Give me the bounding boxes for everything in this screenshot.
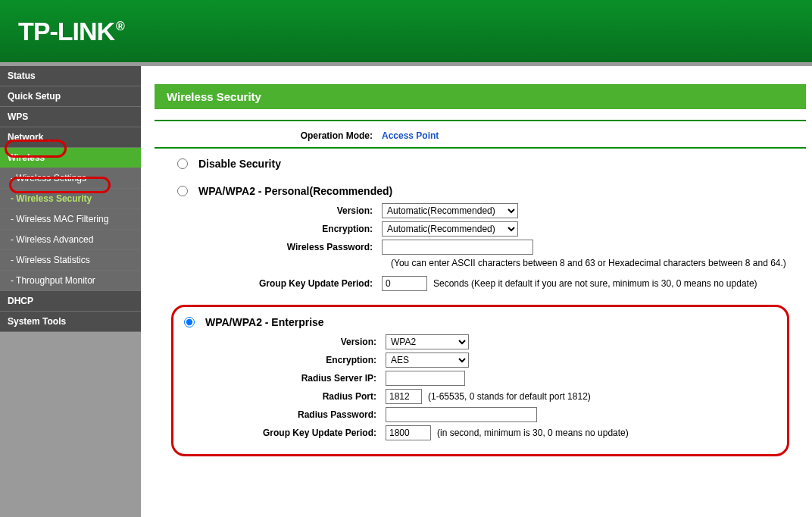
sidebar-item-network[interactable]: Network [0,127,141,148]
wireless-password-hint: (You can enter ASCII characters between … [391,258,806,268]
sidebar-item-system-tools[interactable]: System Tools [0,312,141,332]
sidebar-item-wps[interactable]: WPS [0,107,141,127]
ent-gkup-hint: (in second, minimum is 30, 0 means no up… [437,428,629,438]
sidebar: Status Quick Setup WPS Network Wireless … [0,66,141,517]
ent-encryption-select[interactable]: AES [386,352,469,368]
wpa-enterprise-title: WPA/WPA2 - Enterprise [205,316,324,328]
personal-encryption-label: Encryption: [155,224,382,234]
sidebar-sub-wireless-mac-filtering[interactable]: - Wireless MAC Filtering [0,209,141,230]
ent-encryption-label: Encryption: [184,355,386,365]
radius-pwd-label: Radius Password: [184,409,386,420]
main-content: Wireless Security Operation Mode: Access… [141,66,812,517]
brand-logo: TP-LINK® [18,17,124,46]
disable-security-label: Disable Security [198,158,281,170]
radio-wpa-personal[interactable] [177,186,188,196]
wpa-personal-title: WPA/WPA2 - Personal(Recommended) [198,185,392,197]
operation-mode-label: Operation Mode: [155,130,382,141]
brand-text: TP-LINK [18,17,114,45]
registered-icon: ® [116,20,124,33]
ent-gkup-label: Group Key Update Period: [184,428,386,438]
personal-gkup-hint: Seconds (Keep it default if you are not … [433,278,757,289]
radius-port-label: Radius Port: [184,391,386,402]
personal-version-label: Version: [155,205,382,216]
ent-version-label: Version: [184,337,386,347]
radius-port-hint: (1-65535, 0 stands for default port 1812… [428,391,591,402]
divider [155,147,806,149]
sidebar-item-status[interactable]: Status [0,66,141,86]
sidebar-item-dhcp[interactable]: DHCP [0,291,141,312]
radius-ip-input[interactable] [386,371,465,386]
sidebar-sub-wireless-security[interactable]: - Wireless Security [0,189,141,209]
sidebar-item-wireless[interactable]: Wireless [0,148,141,168]
personal-gkup-label: Group Key Update Period: [155,278,382,289]
radius-port-input[interactable] [386,389,422,404]
personal-encryption-select[interactable]: Automatic(Recommended) [382,221,518,237]
operation-mode-link[interactable]: Access Point [382,130,439,141]
sidebar-item-quick-setup[interactable]: Quick Setup [0,86,141,107]
sidebar-sub-throughput-monitor[interactable]: - Throughput Monitor [0,271,141,291]
enterprise-highlight-box: WPA/WPA2 - Enterprise Version: WPA2 Encr… [171,305,789,456]
ent-version-select[interactable]: WPA2 [386,334,469,349]
personal-version-select[interactable]: Automatic(Recommended) [382,203,518,218]
personal-gkup-input[interactable] [382,276,427,291]
radio-disable-security[interactable] [177,158,188,169]
sidebar-sub-wireless-advanced[interactable]: - Wireless Advanced [0,230,141,250]
ent-gkup-input[interactable] [386,425,431,440]
radius-ip-label: Radius Server IP: [184,373,386,384]
radio-wpa-enterprise[interactable] [184,317,195,327]
sidebar-sub-wireless-settings[interactable]: - Wireless Settings [0,168,141,189]
header: TP-LINK® [0,0,812,66]
divider [155,120,806,121]
wireless-password-label: Wireless Password: [155,242,382,252]
sidebar-sub-wireless-statistics[interactable]: - Wireless Statistics [0,250,141,271]
page-title: Wireless Security [155,84,806,109]
radius-pwd-input[interactable] [386,407,537,422]
wireless-password-input[interactable] [382,240,533,255]
